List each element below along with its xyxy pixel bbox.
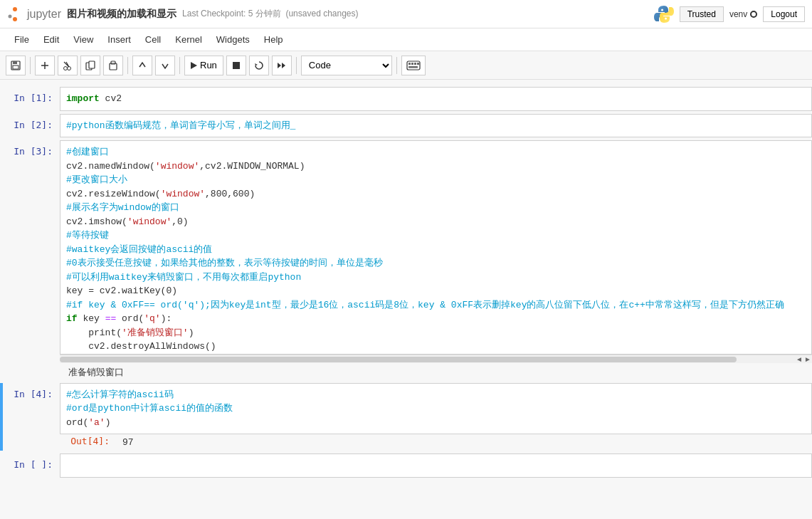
plus-icon	[40, 61, 50, 70]
move-down-button[interactable]	[155, 56, 175, 75]
checkpoint-info: Last Checkpoint: 5 分钟前 (unsaved changes)	[182, 8, 358, 20]
cut-icon	[63, 61, 73, 70]
cell-2-wrapper: In [2]: #python函数编码规范，单词首字母小写，单词之间用_	[0, 114, 812, 138]
logout-button[interactable]: Logout	[763, 6, 805, 22]
cell-3-prompt: In [3]:	[3, 140, 60, 380]
cell-4-content[interactable]: #怎么计算字符的ascii码 #ord是python中计算ascii的值的函数 …	[60, 383, 812, 435]
cell-2-area: #python函数编码规范，单词首字母小写，单词之间用_	[60, 114, 812, 138]
toolbar: Run Code Markdown Raw NBConvert Heading	[0, 51, 812, 80]
cell-1-prompt: In [1]:	[3, 87, 60, 111]
menu-insert[interactable]: Insert	[100, 31, 138, 48]
svg-rect-22	[417, 63, 419, 65]
kernel-info: venv	[729, 9, 757, 19]
cell-3-scrollbar[interactable]: ► ◄	[60, 355, 812, 363]
keyboard-shortcuts-button[interactable]	[401, 56, 426, 75]
cell-3-output: 准备销毁窗口	[63, 365, 130, 380]
cell-4-area: #怎么计算字符的ascii码 #ord是python中计算ascii的值的函数 …	[60, 383, 812, 451]
menubar: File Edit View Insert Cell Kernel Widget…	[0, 28, 812, 51]
add-cell-button[interactable]	[35, 56, 55, 75]
python-logo-icon	[653, 3, 675, 26]
cell-4-out-prompt: Out[4]:	[60, 434, 117, 451]
toolbar-separator-5	[396, 57, 397, 74]
cell-4-wrapper: In [4]: #怎么计算字符的ascii码 #ord是python中计算asc…	[0, 383, 812, 451]
jupyter-logo-icon	[7, 6, 23, 22]
svg-rect-20	[411, 63, 413, 65]
scrollbar-thumb	[60, 357, 737, 362]
keyboard-icon	[406, 61, 421, 70]
menu-kernel[interactable]: Kernel	[168, 31, 209, 48]
toolbar-separator-1	[30, 57, 31, 74]
scrollbar-left-arrow[interactable]: ◄	[795, 355, 803, 363]
cell-3-area: #创建窗口 cv2.namedWindow('window',cv2.WINDO…	[60, 140, 812, 380]
menu-help[interactable]: Help	[257, 31, 290, 48]
menu-cell[interactable]: Cell	[138, 31, 168, 48]
toolbar-separator-2	[127, 57, 128, 74]
cell-4-prompt: In [4]:	[3, 383, 60, 451]
cell-3-wrapper: In [3]: #创建窗口 cv2.namedWindow('window',c…	[0, 140, 812, 380]
svg-point-0	[13, 7, 17, 11]
menu-view[interactable]: View	[66, 31, 100, 48]
toolbar-separator-4	[296, 57, 297, 74]
svg-point-1	[13, 17, 17, 21]
arrow-down-icon	[160, 61, 170, 70]
svg-rect-19	[408, 63, 411, 65]
scrollbar-right-arrow[interactable]: ►	[803, 355, 812, 363]
menu-edit[interactable]: Edit	[36, 31, 66, 48]
cell-1-wrapper: In [1]: import cv2	[0, 87, 812, 111]
svg-marker-17	[282, 63, 285, 68]
svg-marker-16	[278, 63, 281, 68]
save-button[interactable]	[6, 56, 26, 75]
svg-rect-6	[13, 61, 17, 64]
svg-rect-7	[13, 65, 19, 69]
svg-point-4	[665, 17, 667, 19]
trusted-button[interactable]: Trusted	[680, 6, 724, 22]
topbar: jupyter 图片和视频的加载和显示 Last Checkpoint: 5 分…	[0, 0, 812, 28]
menu-widgets[interactable]: Widgets	[209, 31, 257, 48]
cell-5-wrapper: In [ ]:	[0, 454, 812, 478]
cut-button[interactable]	[58, 56, 78, 75]
svg-rect-13	[89, 61, 95, 68]
cell-type-select[interactable]: Code Markdown Raw NBConvert Heading	[301, 56, 392, 75]
cell-2-prompt: In [2]:	[3, 114, 60, 138]
restart-button[interactable]	[249, 56, 269, 75]
cell-3-output-area: 准备销毁窗口	[60, 365, 812, 380]
cell-3-content[interactable]: #创建窗口 cv2.namedWindow('window',cv2.WINDO…	[60, 140, 812, 355]
run-button[interactable]: Run	[184, 56, 223, 75]
stop-button[interactable]	[226, 56, 246, 75]
restart-run-button[interactable]	[272, 56, 292, 75]
copy-icon	[85, 61, 95, 70]
restart-icon	[254, 61, 264, 70]
notebook-title[interactable]: 图片和视频的加载和显示	[67, 8, 176, 21]
cell-5-content[interactable]	[60, 454, 812, 478]
svg-rect-21	[414, 63, 416, 65]
svg-point-11	[68, 66, 71, 70]
run-triangle-icon	[191, 62, 197, 69]
svg-point-10	[64, 66, 68, 70]
save-icon	[11, 61, 21, 70]
cell-4-output-row: Out[4]: 97	[60, 434, 812, 451]
cell-2-content[interactable]: #python函数编码规范，单词首字母小写，单词之间用_	[60, 114, 812, 138]
svg-point-3	[661, 9, 663, 11]
svg-point-2	[9, 14, 12, 18]
svg-rect-15	[111, 61, 115, 64]
svg-rect-23	[408, 66, 418, 68]
jupyter-logo: jupyter	[7, 6, 67, 22]
stop-icon	[233, 62, 240, 69]
paste-button[interactable]	[103, 56, 123, 75]
cell-5-area	[60, 454, 812, 478]
cell-5-prompt: In [ ]:	[3, 454, 60, 478]
move-up-button[interactable]	[132, 56, 152, 75]
menu-file[interactable]: File	[7, 31, 36, 48]
arrow-up-icon	[137, 61, 147, 70]
cell-1-area: import cv2	[60, 87, 812, 111]
toolbar-separator-3	[179, 57, 180, 74]
cell-4-output: 97	[117, 434, 812, 451]
notebook: In [1]: import cv2 In [2]: #python函数编码规范…	[0, 80, 812, 519]
paste-icon	[108, 61, 118, 70]
cell-1-content[interactable]: import cv2	[60, 87, 812, 111]
copy-button[interactable]	[80, 56, 100, 75]
kernel-status-icon	[750, 11, 757, 18]
fast-forward-icon	[277, 61, 287, 70]
app-name: jupyter	[27, 8, 61, 21]
svg-rect-18	[407, 61, 420, 70]
